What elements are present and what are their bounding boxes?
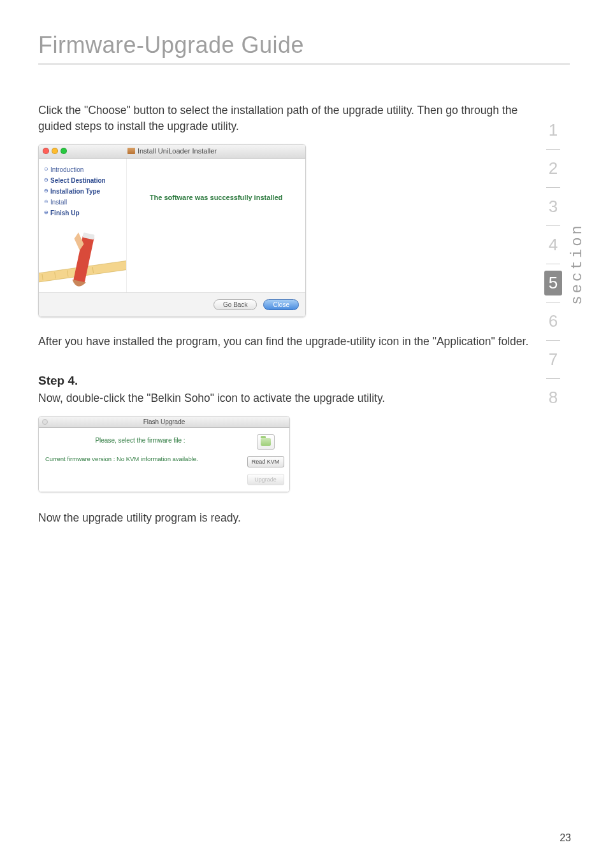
close-icon[interactable] [42,419,48,425]
nav-item-5[interactable]: 5 [544,271,562,295]
read-kvm-button[interactable]: Read KVM [247,456,284,467]
flash-titlebar: Flash Upgrade [39,416,289,428]
flash-version-text: Current firmware version : No KVM inform… [45,455,235,462]
nav-item-6[interactable]: 6 [544,302,562,340]
step-installation-type: Installation Type [45,188,122,195]
flash-right-panel: Read KVM Upgrade [242,428,289,492]
step-select-destination: Select Destination [45,177,122,184]
nav-item-8[interactable]: 8 [544,379,562,416]
section-label: section [568,223,586,305]
nav-item-3[interactable]: 3 [544,188,562,225]
browse-button[interactable] [257,434,275,450]
after-install-paragraph: After you have installed the program, yo… [38,334,542,350]
go-back-button[interactable]: Go Back [214,299,257,310]
installer-titlebar: Install UniLoader Installer [39,145,305,159]
folder-icon [261,438,271,446]
nav-item-2[interactable]: 2 [544,150,562,187]
page-number: 23 [560,832,571,844]
intro-paragraph: Click the "Choose" button to select the … [38,103,542,135]
ready-paragraph: Now the upgrade utility program is ready… [38,510,542,526]
installer-title-text: Install UniLoader Installer [138,147,217,155]
installer-window: Install UniLoader Installer Introduction… [38,144,306,317]
installer-body: Introduction Select Destination Installa… [39,159,305,292]
flash-left-panel: Please, select the firmware file : Curre… [39,428,242,492]
installer-title: Install UniLoader Installer [39,147,305,155]
install-success-message: The software was successfully installed [127,194,305,201]
flash-title-text: Flash Upgrade [143,418,185,425]
step4-paragraph: Now, double-click the "Belkin Soho" icon… [38,390,542,406]
step-install: Install [45,199,122,206]
installer-main: The software was successfully installed [127,159,305,292]
flash-prompt: Please, select the firmware file : [45,437,235,444]
nav-separator [546,264,560,264]
section-nav: 1 2 3 4 5 6 7 8 section [544,111,586,416]
upgrade-button[interactable]: Upgrade [247,474,284,485]
step-finish-up: Finish Up [45,210,122,217]
flash-upgrade-window: Flash Upgrade Please, select the firmwar… [38,416,290,492]
nav-item-4[interactable]: 4 [544,226,562,264]
installer-footer: Go Back Close [39,292,305,317]
package-icon [127,148,135,154]
page-title: Firmware-Upgrade Guide [38,32,570,64]
sidebar-artwork [39,232,126,292]
nav-item-1[interactable]: 1 [544,111,562,149]
step4-heading: Step 4. [38,374,570,388]
flash-body: Please, select the firmware file : Curre… [39,428,289,492]
close-button[interactable]: Close [263,299,299,310]
step-introduction: Introduction [45,166,122,173]
nav-item-7[interactable]: 7 [544,341,562,378]
nav-numbers: 1 2 3 4 5 6 7 8 [544,111,562,416]
installer-sidebar: Introduction Select Destination Installa… [39,159,127,292]
